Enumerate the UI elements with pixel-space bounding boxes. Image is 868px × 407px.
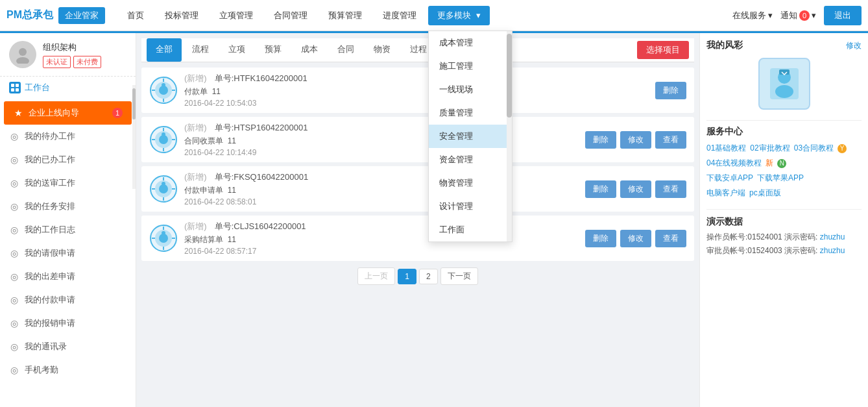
svg-point-16 (159, 135, 168, 144)
edit-button-3[interactable]: 修改 (620, 230, 651, 247)
dropdown-workface[interactable]: 工作面 (429, 218, 512, 241)
delete-button-0[interactable]: 删除 (655, 82, 686, 99)
sidebar-item-review[interactable]: ◎ 我的送审工作 (0, 171, 136, 195)
work-item-icon-1 (149, 125, 178, 154)
service-link-ios[interactable]: 下载苹果APP (757, 173, 804, 184)
dropdown-site[interactable]: 一线现场 (429, 78, 512, 101)
guide-badge: 1 (112, 108, 123, 118)
avatar (9, 41, 36, 68)
service-link-pc-desktop[interactable]: pc桌面版 (749, 188, 781, 199)
next-page-button[interactable]: 下一页 (440, 267, 478, 285)
dropdown-fund[interactable]: 资金管理 (429, 148, 512, 171)
service-link-android[interactable]: 下载安卓APP (706, 173, 753, 184)
main-content: 全部 流程 立项 预算 成本 合同 物资 过程 办公 选择项目 (136, 33, 699, 407)
service-row-2: 04在线视频教程 新 N (706, 158, 862, 169)
work-time-3: 2016-04-22 08:57:17 (184, 247, 579, 256)
enterprise-button[interactable]: 企业管家 (58, 7, 105, 24)
service-link-video[interactable]: 04在线视频教程 (706, 158, 762, 169)
service-link-approval[interactable]: 02审批教程 (750, 143, 790, 154)
sidebar-item-contacts[interactable]: ◎ 我的通讯录 (0, 335, 136, 358)
task-icon: ◎ (9, 201, 19, 212)
sidebar-nav: ★ 企业上线向导 1 ◎ 我的待办工作 ◎ 我的已办工作 ◎ 我的送审工作 ◎ … (0, 99, 136, 384)
work-item: (新增) 单号:HTSP16042200001 合同收票单 11 2016-04… (141, 117, 694, 162)
divider-2 (706, 209, 862, 210)
view-button-3[interactable]: 查看 (655, 230, 686, 247)
sidebar-item-log[interactable]: ◎ 我的工作日志 (0, 218, 136, 241)
online-service[interactable]: 在线服务 ▾ (732, 10, 773, 21)
dropdown-design[interactable]: 设计管理 (429, 195, 512, 218)
sidebar-workbench[interactable]: 工作台 (0, 77, 136, 99)
sidebar-item-todo[interactable]: ◎ 我的待办工作 (0, 125, 136, 148)
work-actions-0: 删除 (655, 82, 686, 99)
nav-progress[interactable]: 进度管理 (374, 6, 426, 25)
view-button-2[interactable]: 查看 (655, 180, 686, 198)
delete-button-3[interactable]: 删除 (585, 230, 616, 247)
svg-point-0 (19, 48, 27, 56)
edit-button-2[interactable]: 修改 (620, 180, 651, 198)
delete-button-1[interactable]: 删除 (585, 131, 616, 149)
filter-tab-material[interactable]: 物资 (365, 38, 400, 62)
dropdown-quality[interactable]: 质量管理 (429, 101, 512, 125)
nav-contract[interactable]: 合同管理 (265, 6, 317, 25)
demo-password-1[interactable]: zhuzhu (820, 232, 845, 241)
dropdown-cost[interactable]: 成本管理 (429, 31, 512, 55)
work-list: (新增) 单号:HTFK16042200001 付款单 11 2016-04-2… (141, 68, 694, 261)
service-link-pc-client[interactable]: 电脑客户端 (706, 188, 745, 199)
log-icon: ◎ (9, 225, 19, 235)
demo-password-2[interactable]: zhuzhu (820, 246, 845, 255)
work-title-2: (新增) 单号:FKSQ16042200001 (184, 171, 579, 183)
sidebar-item-leave[interactable]: ◎ 我的请假申请 (0, 241, 136, 265)
view-button-1[interactable]: 查看 (655, 131, 686, 149)
filter-tab-cost[interactable]: 成本 (292, 38, 327, 62)
filter-tab-project[interactable]: 立项 (219, 38, 254, 62)
prev-page-button[interactable]: 上一页 (357, 267, 395, 285)
service-link-basics[interactable]: 01基础教程 (706, 143, 746, 154)
sidebar-item-payment[interactable]: ◎ 我的付款申请 (0, 288, 136, 312)
filter-tab-all[interactable]: 全部 (147, 38, 182, 62)
dropdown-material[interactable]: 物资管理 (429, 171, 512, 195)
filter-tab-process[interactable]: 流程 (183, 38, 218, 62)
more-dropdown: 成本管理 施工管理 一线现场 质量管理 安全管理 资金管理 物资管理 设计管理 … (428, 31, 512, 242)
edit-button-1[interactable]: 修改 (620, 131, 651, 149)
work-sub-1: 合同收票单 11 (184, 136, 579, 147)
workbench-icon (9, 82, 21, 93)
right-panel: 我的风彩 修改 服务中心 01基础教程 (699, 33, 868, 407)
trip-icon: ◎ (9, 271, 19, 282)
notice-button[interactable]: 通知 0 ▾ (780, 10, 816, 21)
page-2-button[interactable]: 2 (419, 269, 438, 284)
sidebar-item-attendance[interactable]: ◎ 手机考勤 (0, 358, 136, 382)
attendance-icon: ◎ (9, 365, 19, 375)
logout-button[interactable]: 退出 (824, 6, 862, 25)
sidebar-item-trip[interactable]: ◎ 我的出差申请 (0, 265, 136, 288)
svg-rect-2 (11, 84, 14, 87)
filter-tab-budget[interactable]: 预算 (256, 38, 291, 62)
svg-point-40 (775, 85, 793, 98)
filter-tab-contract[interactable]: 合同 (328, 38, 363, 62)
delete-button-2[interactable]: 删除 (585, 180, 616, 198)
dropdown-safety[interactable]: 安全管理 (429, 125, 512, 148)
divider-1 (706, 120, 862, 121)
unpaid-tag: 未付费 (73, 56, 101, 68)
demo-row-1: 操作员帐号:01524001 演示密码: zhuzhu (706, 232, 862, 243)
sidebar-item-task[interactable]: ◎ 我的任务安排 (0, 195, 136, 218)
service-links: 01基础教程 02审批教程 03合同教程 Y 04在线视频教程 新 N 下载安卓… (706, 143, 862, 199)
sidebar-item-done[interactable]: ◎ 我的已办工作 (0, 148, 136, 171)
page-1-button[interactable]: 1 (398, 269, 416, 284)
nav-bidding[interactable]: 投标管理 (156, 6, 208, 25)
sidebar: 组织架构 未认证 未付费 工作台 ★ 企业上线向导 (0, 33, 136, 407)
service-row-1: 01基础教程 02审批教程 03合同教程 Y (706, 143, 862, 154)
contacts-icon: ◎ (9, 341, 19, 352)
nav-home[interactable]: 首页 (118, 6, 153, 25)
modify-link[interactable]: 修改 (846, 40, 862, 51)
sidebar-header: 组织架构 未认证 未付费 (0, 33, 136, 77)
sidebar-item-guide[interactable]: ★ 企业上线向导 1 (4, 101, 132, 125)
service-link-contract[interactable]: 03合同教程 (794, 143, 834, 154)
notice-badge: 0 (799, 10, 810, 21)
nav-budget[interactable]: 预算管理 (319, 6, 371, 25)
sidebar-item-expense[interactable]: ◎ 我的报销申请 (0, 312, 136, 335)
svg-rect-4 (11, 88, 14, 92)
select-project-button[interactable]: 选择项目 (637, 41, 689, 59)
dropdown-construction[interactable]: 施工管理 (429, 55, 512, 78)
nav-project[interactable]: 立项管理 (210, 6, 262, 25)
nav-more[interactable]: 更多模块 ▾ 成本管理 施工管理 一线现场 质量管理 安全管理 资金管理 物资管… (428, 6, 490, 25)
